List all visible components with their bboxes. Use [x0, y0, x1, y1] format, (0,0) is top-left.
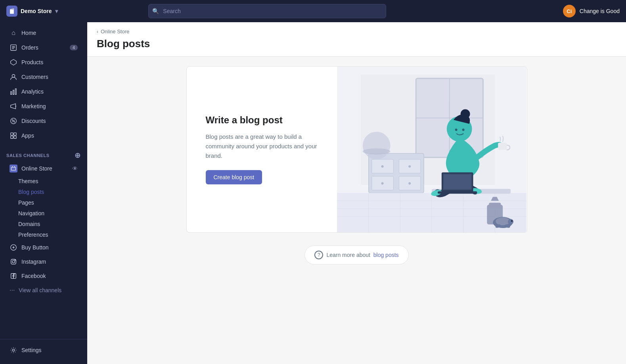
sidebar-item-home[interactable]: ⌂ Home — [3, 26, 84, 40]
svg-point-23 — [12, 349, 14, 351]
sidebar-item-label: Products — [21, 59, 43, 65]
hero-card: Write a blog post Blog posts are a great… — [186, 66, 527, 233]
svg-rect-61 — [443, 174, 471, 190]
svg-rect-8 — [15, 89, 17, 94]
sidebar-item-label: Home — [21, 30, 36, 36]
marketing-icon — [10, 102, 17, 110]
svg-rect-7 — [13, 90, 14, 94]
sales-channels-label: SALES CHANNELS — [6, 153, 50, 158]
orders-icon — [10, 44, 17, 52]
subnav-preferences[interactable]: Preferences — [18, 230, 84, 240]
svg-point-21 — [15, 260, 15, 260]
svg-point-38 — [381, 182, 383, 185]
store-logo[interactable]: Demo Store ▾ — [6, 6, 58, 17]
user-area[interactable]: Ci Change is Good — [563, 5, 620, 17]
breadcrumb-parent: Online Store — [101, 29, 129, 34]
instagram-icon — [10, 258, 17, 266]
sidebar-item-analytics[interactable]: Analytics — [3, 84, 84, 99]
svg-rect-16 — [14, 136, 16, 138]
breadcrumb[interactable]: ‹ Online Store — [97, 29, 616, 34]
home-icon: ⌂ — [10, 29, 17, 37]
discounts-icon — [10, 117, 17, 125]
svg-rect-15 — [11, 136, 13, 138]
hero-description: Blog posts are a great way to build a co… — [206, 132, 318, 161]
online-store-subnav: Themes Blog posts Pages Navigation Domai… — [0, 176, 87, 240]
svg-rect-13 — [11, 133, 13, 135]
orders-badge: 4 — [70, 45, 78, 50]
shopify-bag-icon — [6, 6, 17, 17]
products-icon — [10, 58, 17, 66]
facebook-icon — [10, 272, 17, 280]
page-body: Write a blog post Blog posts are a great… — [87, 57, 626, 364]
online-store-label: Online Store — [21, 165, 52, 172]
dots-icon: ··· — [10, 287, 15, 294]
main-content: ‹ Online Store Blog posts Write a blog p… — [87, 22, 626, 364]
apps-icon — [10, 132, 17, 140]
sidebar-item-customers[interactable]: Customers — [3, 70, 84, 84]
user-name: Change is Good — [580, 8, 620, 14]
settings-icon — [10, 346, 17, 354]
svg-point-68 — [511, 220, 513, 222]
buy-button-label: Buy Button — [21, 244, 49, 251]
svg-point-20 — [12, 261, 15, 263]
sidebar-item-apps[interactable]: Apps — [3, 128, 84, 143]
blog-posts-link[interactable]: blog posts — [373, 252, 399, 258]
svg-point-67 — [508, 219, 513, 224]
sidebar-item-online-store[interactable]: Online Store 👁 — [3, 162, 84, 175]
subnav-pages[interactable]: Pages — [18, 197, 84, 208]
breadcrumb-chevron: ‹ — [97, 29, 98, 34]
subnav-themes[interactable]: Themes — [18, 176, 84, 186]
svg-rect-6 — [11, 92, 12, 94]
sidebar-item-label: Orders — [21, 44, 38, 51]
add-channel-icon[interactable]: ⊕ — [75, 151, 81, 160]
eye-icon[interactable]: 👁 — [72, 165, 78, 172]
svg-point-36 — [381, 165, 383, 168]
sidebar-item-label: Analytics — [21, 88, 44, 95]
learn-more-row[interactable]: ? Learn more about blog posts — [304, 245, 408, 264]
svg-point-66 — [496, 217, 510, 225]
sidebar-item-buy-button[interactable]: Buy Button — [3, 241, 84, 254]
sidebar-item-orders[interactable]: Orders 4 — [3, 40, 84, 55]
svg-point-39 — [408, 182, 411, 185]
online-store-icon — [10, 165, 17, 172]
settings-label: Settings — [21, 347, 42, 353]
subnav-domains[interactable]: Domains — [18, 219, 84, 229]
svg-rect-62 — [437, 191, 477, 193]
learn-more-text: Learn more about blog posts — [326, 252, 398, 258]
sidebar-item-instagram[interactable]: Instagram — [3, 255, 84, 268]
page-header: ‹ Online Store Blog posts — [87, 22, 626, 57]
svg-rect-64 — [489, 203, 501, 207]
svg-point-56 — [460, 109, 470, 119]
sidebar-item-discounts[interactable]: Discounts — [3, 114, 84, 128]
search-bar: 🔍 — [148, 4, 386, 18]
search-input[interactable] — [148, 4, 386, 18]
sidebar-footer: Settings — [0, 339, 87, 364]
illustration — [337, 67, 527, 232]
buy-button-icon — [10, 243, 17, 251]
view-all-label: View all channels — [19, 287, 61, 293]
page-title: Blog posts — [97, 38, 616, 56]
svg-rect-14 — [14, 133, 16, 135]
sidebar-item-marketing[interactable]: Marketing — [3, 99, 84, 113]
subnav-navigation[interactable]: Navigation — [18, 208, 84, 218]
sidebar: ⌂ Home Orders 4 Products Cus — [0, 22, 87, 364]
top-nav: Demo Store ▾ 🔍 Ci Change is Good — [0, 0, 626, 22]
svg-rect-54 — [498, 143, 507, 150]
svg-rect-17 — [11, 167, 16, 171]
create-blog-post-button[interactable]: Create blog post — [206, 170, 262, 184]
sidebar-item-settings[interactable]: Settings — [3, 343, 84, 357]
analytics-icon — [10, 88, 17, 96]
customers-icon — [10, 73, 17, 81]
store-name: Demo Store — [21, 8, 52, 14]
facebook-label: Facebook — [21, 273, 46, 279]
view-all-channels[interactable]: ··· View all channels — [3, 284, 84, 297]
svg-point-41 — [362, 148, 390, 155]
svg-marker-4 — [11, 59, 16, 65]
hero-heading: Write a blog post — [206, 115, 318, 126]
sidebar-item-products[interactable]: Products — [3, 55, 84, 69]
sidebar-item-label: Customers — [21, 74, 48, 80]
subnav-blog-posts[interactable]: Blog posts — [18, 187, 84, 197]
sidebar-item-facebook[interactable]: Facebook — [3, 269, 84, 283]
svg-point-37 — [408, 165, 411, 168]
svg-point-12 — [14, 121, 15, 122]
